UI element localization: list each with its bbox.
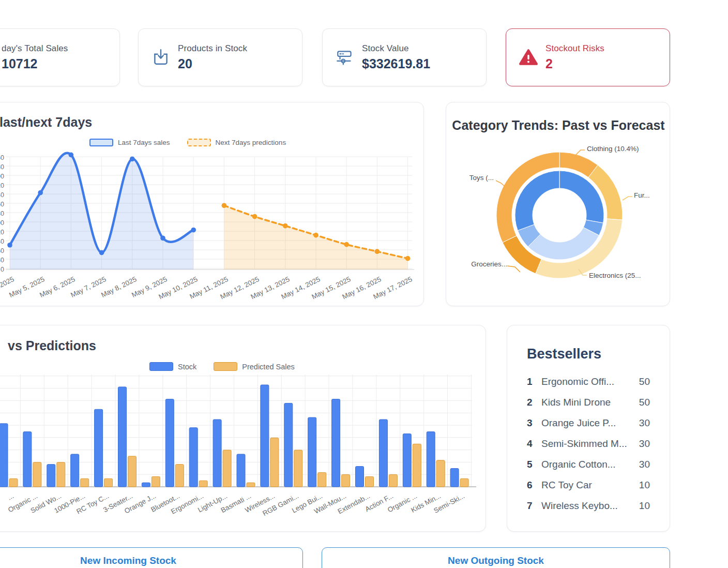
bestsellers-panel: Bestsellers 1Ergonomic Offi...502Kids Mi…: [507, 325, 670, 532]
box-arrow-down-icon: [151, 48, 171, 67]
bestseller-name: Orange Juice P...: [541, 417, 616, 429]
sales-line-chart-panel: last/next 7days Last 7days sales Next 7d…: [0, 102, 424, 306]
new-incoming-stock-button[interactable]: New Incoming Stock: [0, 547, 303, 568]
bestseller-rank: 5: [527, 459, 533, 470]
stock-legend-swatch[interactable]: [149, 362, 173, 371]
next-7days-legend-swatch[interactable]: [187, 139, 211, 146]
bestseller-row: 5Organic Cotton...30: [527, 459, 652, 480]
y-axis-tick-label: 80: [0, 257, 4, 264]
bestseller-rank: 3: [527, 417, 533, 429]
donut-category-label: Electronics (25...: [589, 272, 641, 279]
y-axis-tick-label: 880: [0, 163, 4, 171]
stockout-risks-label: Stockout Risks: [545, 43, 604, 54]
last-7days-legend-label[interactable]: Last 7days sales: [118, 139, 170, 146]
bestseller-name: RC Toy Car: [541, 480, 592, 491]
bestseller-name: Semi-Skimmed M...: [541, 438, 627, 450]
y-axis-tick-label: 400: [0, 219, 4, 227]
bestseller-name: Ergonomic Offi...: [541, 376, 614, 387]
bar-chart-category-label: ...: [6, 492, 15, 502]
donut-category-label: Fur...: [634, 191, 650, 199]
bar-chart-title: vs Predictions: [8, 338, 96, 353]
products-in-stock-value: 20: [178, 56, 247, 71]
bestseller-qty: 50: [639, 376, 650, 387]
bestseller-rank: 4: [527, 438, 533, 450]
sales-chart-title: last/next 7days: [0, 115, 92, 130]
bestseller-row: 1Ergonomic Offi...50: [527, 376, 652, 397]
stock-value-value: $332619.81: [362, 56, 430, 71]
stat-card-total-sales: day's Total Sales 10712: [0, 28, 120, 86]
stock-bar-chart-panel: vs Predictions Stock Predicted Sales ...…: [0, 325, 486, 532]
category-trends-panel: Category Trends: Past vs Forecast Clothi…: [446, 102, 670, 306]
stat-card-products-in-stock: Products in Stock 20: [138, 28, 302, 86]
bestseller-row: 2Kids Mini Drone50: [527, 397, 652, 417]
bestseller-name: Wireless Keybo...: [541, 500, 618, 512]
y-axis-tick-label: 640: [0, 191, 4, 199]
bestsellers-title: Bestsellers: [527, 346, 601, 362]
stock-value-label: Stock Value: [362, 43, 430, 54]
bestseller-name: Organic Cotton...: [541, 459, 616, 470]
stat-card-stock-value: Stock Value $332619.81: [322, 28, 487, 86]
bestseller-rank: 2: [527, 397, 533, 408]
new-outgoing-stock-button[interactable]: New Outgoing Stock: [322, 547, 670, 568]
bar-chart-legend: Stock Predicted Sales: [149, 362, 307, 371]
bestseller-qty: 50: [639, 397, 650, 408]
total-sales-value: 10712: [2, 56, 68, 71]
y-axis-tick-label: 800: [0, 173, 4, 180]
predicted-sales-legend-swatch[interactable]: [214, 362, 237, 371]
bestseller-row: 4Semi-Skimmed M...30: [527, 438, 652, 459]
bestseller-rank: 6: [527, 480, 533, 491]
donut-category-label: Clothing (10.4%): [587, 145, 639, 153]
y-axis-tick-label: 960: [0, 154, 4, 161]
donut-category-label: Groceries...: [461, 260, 507, 268]
y-axis-tick-label: 160: [0, 247, 4, 255]
predicted-sales-legend-label[interactable]: Predicted Sales: [242, 363, 295, 371]
bestseller-qty: 10: [639, 500, 650, 512]
bestseller-row: 6RC Toy Car10: [527, 480, 652, 500]
bestseller-rank: 1: [527, 376, 533, 387]
donut-category-label: Toys (...: [456, 174, 494, 182]
bestseller-qty: 30: [639, 459, 650, 470]
y-axis-tick-label: 240: [0, 238, 4, 245]
sales-line-chart-canvas: [0, 152, 424, 276]
bestseller-rank: 7: [527, 500, 533, 512]
warning-triangle-icon: [519, 48, 538, 67]
y-axis-tick-label: 320: [0, 229, 4, 236]
bestseller-name: Kids Mini Drone: [541, 397, 611, 408]
products-in-stock-label: Products in Stock: [178, 43, 247, 54]
bestseller-row: 7Wireless Keybo...10: [527, 500, 652, 521]
bestseller-qty: 30: [639, 417, 650, 429]
bestseller-qty: 30: [639, 438, 650, 450]
stat-card-stockout-risks: Stockout Risks 2: [506, 28, 670, 86]
network-icon: [335, 48, 355, 67]
bestseller-row: 3Orange Juice P...30: [527, 417, 652, 438]
y-axis-tick-label: 560: [0, 201, 4, 208]
y-axis-tick-label: 480: [0, 210, 4, 217]
stockout-risks-value: 2: [545, 56, 604, 71]
last-7days-legend-swatch[interactable]: [89, 139, 113, 146]
total-sales-label: day's Total Sales: [2, 43, 68, 54]
stock-legend-label[interactable]: Stock: [178, 363, 196, 371]
y-axis-tick-label: 0: [0, 266, 4, 273]
bestseller-qty: 10: [639, 480, 650, 491]
stock-bar-chart-canvas: [0, 375, 487, 487]
inventory-dashboard: { "stat_cards": [ { "label": "day's Tota…: [0, 0, 728, 568]
next-7days-legend-label[interactable]: Next 7days predictions: [216, 139, 286, 146]
sales-chart-legend: Last 7days sales Next 7days predictions: [89, 139, 298, 146]
y-axis-tick-label: 720: [0, 182, 4, 189]
